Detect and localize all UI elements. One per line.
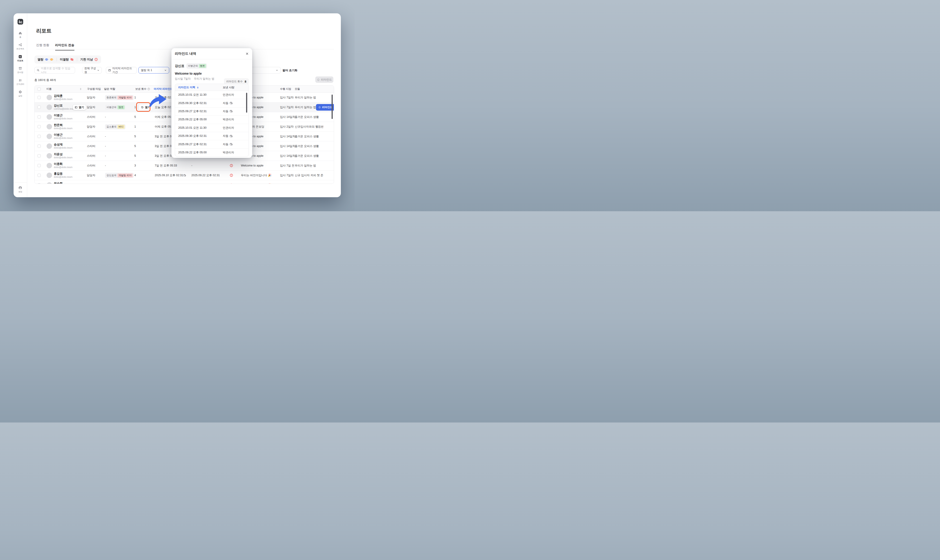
table-row[interactable]: 이종휘 dotio@dotio.team 스타터 - 3 7일 전 오후 05:… [35,161,334,171]
avatar [46,122,52,131]
template-name: 우리는 바인더입니다 🎉 [241,171,271,180]
role-cell: 이병근의멘토 [105,103,126,112]
row-checkbox[interactable] [37,151,41,161]
sent-count: 4 [134,171,136,180]
history-date: 2025.09.22 오후 05:00 [178,115,207,123]
history-row[interactable]: 2025.10.01 오전 11:30 민관리자 [175,91,249,99]
table-row[interactable]: 위숙희 dotio@dotio.team 스타터 - 2 2025.09.10 … [35,180,334,184]
history-row[interactable]: 2025.09.27 오후 02:31 자동 [175,140,249,148]
sidebar-item-org[interactable]: 조직관리 [14,78,27,86]
overdue-cell [229,180,233,184]
row-checkbox[interactable] [37,103,41,112]
timing: 입사 7일차 [280,171,294,180]
table-row[interactable]: 홍길동 dotio@dotio.team 담당자 강신표의개발팀 리더 4 20… [35,171,334,180]
tab-progress[interactable]: 진행 현황 [36,43,49,51]
history-row[interactable]: 2025.09.22 오후 05:00 박관리자 [175,149,249,157]
close-icon[interactable] [245,52,249,55]
remind-count-value: 8 [245,80,246,83]
select-all-checkbox[interactable] [37,86,41,92]
member-type: 스타터 [87,180,95,184]
row-checkbox[interactable] [37,122,41,131]
bulk-remind-button[interactable]: 리마인드 [315,77,333,83]
avatar [46,112,52,122]
sidebar-item-label: 조직관리 [16,83,24,86]
history-row[interactable]: 2025.09.30 오후 02:31 자동 [175,132,249,140]
reset-filters-link[interactable]: 필터 초기화 [283,69,297,72]
sidebar-item-report[interactable]: 리포트 [14,54,27,63]
period-filter-button[interactable]: 마지막 리마인드 기간 [106,67,137,74]
open-profile-button[interactable]: 열기 [73,103,86,112]
sidebar-item-home[interactable]: 홈 [14,31,27,39]
history-sender: 민관리자 [223,124,234,132]
member-type: 스타터 [87,112,95,122]
overdue-cell [229,171,233,180]
member-type: 스타터 [87,142,95,151]
avatar [46,180,52,184]
tab-remind-send[interactable]: 리마인드 전송 [55,43,74,51]
sort-icon[interactable] [79,86,82,92]
app-window: 홈 프로젝트 리포트 문서함 조직관리 설정 계정 리포트 진행 [14,13,341,197]
member-type: 스타터 [87,161,95,170]
next-remind: - [191,161,192,170]
member-type: 담당자 [87,93,95,102]
history-sender: 민관리자 [223,91,234,99]
home-icon [18,31,22,35]
app-logo-icon[interactable] [17,19,23,25]
history-column-label[interactable]: 리마인드 이력 [178,86,195,89]
modal-member-role-badge: 이병근의 멘토 [186,63,207,69]
person-circle-icon [18,186,22,190]
sidebar-item-project[interactable]: 프로젝트 [14,42,27,51]
chevron-down-icon [97,69,100,71]
member-name: 김태훈 [54,94,72,98]
last-remind: 2025.09.10 오후 02:31 [155,180,186,184]
role-cell: - [105,112,106,122]
overdue-cell [229,161,233,170]
history-row[interactable]: 2025.10.01 오전 11:30 민관리자 [175,124,249,132]
eye-off-icon [70,58,74,61]
table-scrollbar[interactable] [332,95,333,119]
member-email: dotio@dotio.team [54,117,72,120]
header-last-remind[interactable]: 마지막 리마인드 [154,86,173,92]
history-sender: 박관리자 [223,149,234,157]
row-remind-button[interactable]: 리마인드 [316,103,334,112]
history-date: 2025.09.30 오후 02:31 [178,132,207,140]
timing: 입사 2일차 [280,122,294,131]
modal-scrollbar[interactable] [246,93,247,112]
header-role: 맡은 역할 [104,86,115,92]
alert-circle-icon [94,58,98,61]
sidebar-account-section: 계정 [14,182,27,197]
history-date: 2025.10.01 오전 11:30 [178,124,206,132]
member-email: dotio@dotio.team [54,175,72,178]
history-row[interactable]: 2025.09.22 오후 05:00 박관리자 [175,115,249,124]
search-input[interactable]: 이름으로 검색할 수 있습니다 [34,67,75,74]
avatar [46,142,52,151]
remind-count-label: 리마인드 횟수 [226,80,243,83]
sent-count: 1 [134,93,136,102]
timing: 입사 7일차 [280,93,294,102]
row-checkbox[interactable] [37,93,41,102]
legend-item: 열람 [37,57,53,62]
row-checkbox[interactable] [37,132,41,141]
open-history-button[interactable]: 열기 [138,103,153,112]
row-checkbox[interactable] [37,142,41,151]
row-checkbox[interactable] [37,180,41,184]
sort-desc-arrow-icon[interactable] [196,86,199,89]
row-checkbox[interactable] [37,112,41,122]
remind-history-table: 리마인드 이력 보낸 사람 2025.10.01 오전 11:30 민관리자 2… [175,84,249,157]
eye-icon [45,58,48,61]
sidebar-item-account[interactable]: 계정 [14,185,27,194]
member-filter-value: 전체 구성원 [85,66,97,74]
status-filter-dropdown[interactable]: 열람 외 1 [138,67,169,74]
bulk-remind-label: 리마인드 [321,78,332,82]
history-row[interactable]: 2025.09.30 오후 02:31 자동 [175,99,249,107]
sidebar-item-gear[interactable]: 설정 [14,89,27,98]
row-checkbox[interactable] [37,171,41,180]
history-row[interactable]: 2025.09.27 오후 02:31 자동 [175,108,249,115]
role-owner: 이병근의 [188,64,198,68]
member-filter-dropdown[interactable]: 전체 구성원 [82,67,102,74]
row-checkbox[interactable] [37,161,41,170]
header-name[interactable]: 이름 [46,86,52,92]
module: 신규입사자와의 웰컴런치 일정 조... [295,122,323,131]
role-cell: 강신표의개발팀 리더 [105,171,134,180]
member-name: 차윤성 [54,152,72,156]
